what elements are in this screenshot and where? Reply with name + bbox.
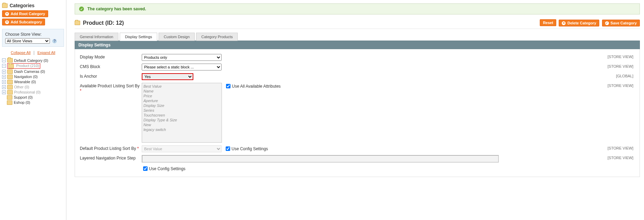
tab-custom[interactable]: Custom Design [159, 33, 195, 41]
plus-icon: + [5, 12, 9, 16]
default-sort-select[interactable]: Best Value [142, 145, 222, 152]
use-config-checkbox[interactable] [143, 166, 148, 171]
use-config-checkbox[interactable] [226, 146, 230, 151]
collapse-all-link[interactable]: Collapse All [11, 51, 30, 55]
scope-label: [STORE VIEW] [608, 145, 635, 150]
category-tree: − Default Category (0) − Product (210) +… [2, 58, 64, 105]
folder-icon [2, 3, 8, 8]
plus-icon: + [5, 20, 9, 24]
sidebar-title-text: Categories [10, 3, 34, 8]
reset-button[interactable]: Reset [540, 19, 556, 26]
success-text: The category has been saved. [87, 7, 146, 11]
tree-node-default[interactable]: Default Category (0) [14, 58, 48, 63]
delete-category-button[interactable]: ✕ Delete Category [559, 20, 599, 26]
tree-node-product[interactable]: Product (210) [7, 63, 40, 69]
sidebar-title: Categories [2, 3, 64, 8]
folder-icon [7, 80, 13, 84]
add-subcategory-button[interactable]: + Add Subcategory [2, 19, 45, 25]
folder-icon [7, 95, 12, 100]
tree-node-eshop[interactable]: Eshop (0) [14, 100, 30, 104]
choose-store-label: Choose Store View: [5, 32, 61, 37]
success-message: ✓ The category has been saved. [75, 3, 640, 14]
price-step-input[interactable] [142, 155, 499, 163]
page-title: Product (ID: 12) [75, 20, 124, 26]
main-content: ✓ The category has been saved. Product (… [66, 0, 644, 220]
folder-icon [7, 75, 13, 79]
tree-toggle[interactable]: + [2, 70, 6, 74]
tree-node-dash[interactable]: Dash Cameras (0) [14, 69, 45, 74]
sort-by-label: Available Product Listing Sort By * [80, 83, 142, 93]
expand-all-link[interactable]: Expand All [37, 51, 55, 55]
tree-toggle[interactable]: + [2, 85, 6, 89]
folder-icon [7, 100, 12, 105]
use-config-check-1[interactable]: Use Config Settings [224, 145, 268, 152]
tab-general[interactable]: General Information [75, 33, 118, 41]
is-anchor-select[interactable]: Yes [142, 73, 193, 80]
panel-body: Display Mode Products only [STORE VIEW] … [75, 49, 640, 177]
display-mode-label: Display Mode [80, 54, 142, 59]
add-root-category-button[interactable]: + Add Root Category [2, 10, 48, 17]
store-view-switcher: Choose Store View: All Store Views ? [2, 29, 64, 47]
folder-icon [7, 85, 13, 89]
folder-icon [75, 21, 80, 25]
scope-label: [GLOBAL] [616, 73, 635, 78]
tree-toggle[interactable]: + [2, 75, 6, 79]
is-anchor-label: Is Anchor [80, 73, 142, 79]
tree-node-support[interactable]: Support (0) [14, 95, 33, 99]
cms-block-label: CMS Block [80, 64, 142, 69]
display-mode-select[interactable]: Products only [142, 54, 222, 61]
folder-icon [8, 64, 14, 68]
tabs: General Information Display Settings Cus… [75, 32, 640, 41]
scope-label: [STORE VIEW] [608, 83, 635, 88]
store-view-select[interactable]: All Store Views [5, 38, 50, 44]
tree-node-professional[interactable]: Professional (0) [14, 90, 41, 94]
help-icon[interactable]: ? [52, 39, 57, 43]
add-sub-label: Add Subcategory [11, 20, 42, 24]
price-step-label: Layered Navigation Price Step [80, 155, 142, 161]
add-root-label: Add Root Category [11, 12, 45, 16]
save-category-button[interactable]: ✓ Save Category [602, 20, 640, 26]
folder-icon [7, 69, 13, 74]
cms-block-select[interactable]: Please select a static block ... [142, 64, 222, 70]
tree-node-wearable[interactable]: Wearable (0) [14, 80, 36, 84]
check-icon: ✓ [79, 7, 84, 11]
use-all-attributes-check[interactable]: Use All Available Attributes [225, 83, 281, 89]
scope-label: [STORE VIEW] [608, 64, 635, 68]
close-icon: ✕ [562, 21, 566, 25]
tree-toggle[interactable]: + [2, 90, 6, 94]
use-all-checkbox[interactable] [226, 84, 230, 88]
tree-node-other[interactable]: Other (0) [14, 85, 29, 89]
use-config-check-2[interactable]: Use Config Settings [142, 165, 185, 172]
tab-display[interactable]: Display Settings [120, 33, 157, 41]
default-sort-label: Default Product Listing Sort By * [80, 145, 142, 151]
panel-title: Display Settings [75, 41, 640, 49]
tree-toggle[interactable]: − [2, 64, 6, 68]
sort-by-multiselect[interactable]: Best ValueNamePriceApertureDisplay SizeS… [142, 83, 222, 143]
tree-toggle[interactable]: + [2, 80, 6, 84]
tree-toggle[interactable]: − [2, 58, 6, 62]
scope-label: [STORE VIEW] [608, 54, 635, 59]
folder-icon [7, 90, 13, 95]
check-icon: ✓ [605, 21, 609, 25]
folder-icon [7, 58, 13, 63]
sidebar: Categories + Add Root Category + Add Sub… [0, 0, 66, 220]
tab-products[interactable]: Category Products [196, 33, 238, 41]
scope-label: [STORE VIEW] [608, 155, 635, 160]
tree-node-navigation[interactable]: Navigation (0) [14, 75, 37, 79]
